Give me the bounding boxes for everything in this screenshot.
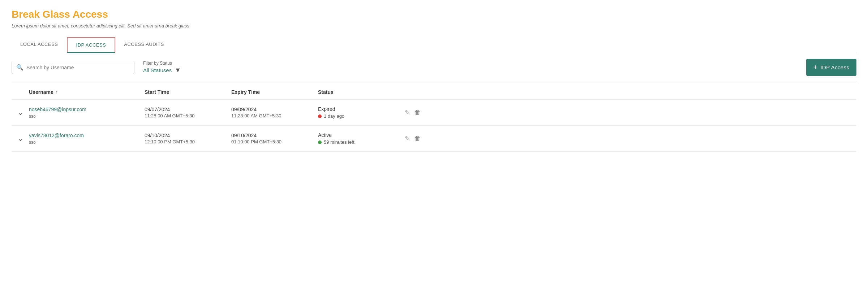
tab-local-access[interactable]: LOCAL ACCESS <box>12 37 67 53</box>
table-row: ⌄ noseb46799@inpsur.com sso 09/07/2024 1… <box>12 100 856 126</box>
table-row: ⌄ yavis78012@foraro.com sso 09/10/2024 1… <box>12 126 856 152</box>
username-link-1[interactable]: noseb46799@inpsur.com <box>29 107 145 112</box>
username-cell-1: noseb46799@inpsur.com sso <box>29 107 145 119</box>
page-title: Break Glass Access <box>12 9 856 20</box>
status-cell-1: Expired 1 day ago <box>318 106 405 119</box>
toolbar: 🔍 Filter by Status All Statuses ▼ + IDP … <box>12 53 856 82</box>
start-date-2: 09/10/2024 <box>145 133 231 138</box>
status-detail-1: 1 day ago <box>318 113 405 119</box>
status-detail-2: 59 minutes left <box>318 139 405 145</box>
search-input[interactable] <box>26 65 130 70</box>
expiry-time-2: 01:10:00 PM GMT+5:30 <box>231 139 318 144</box>
filter-select[interactable]: All Statuses ▼ <box>143 66 181 74</box>
status-cell-2: Active 59 minutes left <box>318 132 405 145</box>
actions-cell-2: ✎ 🗑 <box>405 135 434 143</box>
start-date-1: 09/07/2024 <box>145 107 231 112</box>
col-header-username[interactable]: Username ↑ <box>29 89 145 95</box>
start-time-cell-2: 09/10/2024 12:10:00 PM GMT+5:30 <box>145 133 231 144</box>
table-header: Username ↑ Start Time Expiry Time Status <box>12 85 856 100</box>
expiry-time-1: 11:28:00 AM GMT+5:30 <box>231 113 318 118</box>
col-header-expand <box>12 89 29 95</box>
plus-icon: + <box>813 63 818 72</box>
col-header-status: Status <box>318 89 405 95</box>
add-idp-access-button[interactable]: + IDP Access <box>806 59 856 76</box>
expiry-date-2: 09/10/2024 <box>231 133 318 138</box>
actions-cell-1: ✎ 🗑 <box>405 109 434 117</box>
tab-bar: LOCAL ACCESS IDP ACCESS ACCESS AUDITS <box>12 37 856 53</box>
sort-icon: ↑ <box>56 90 58 95</box>
start-time-cell-1: 09/07/2024 11:28:00 AM GMT+5:30 <box>145 107 231 118</box>
tab-idp-access[interactable]: IDP ACCESS <box>67 37 116 53</box>
chevron-down-icon: ▼ <box>175 66 181 74</box>
tab-access-audits[interactable]: ACCESS AUDITS <box>115 37 173 53</box>
col-header-start-time: Start Time <box>145 89 231 95</box>
status-dot-1 <box>318 114 322 118</box>
start-time-2: 12:10:00 PM GMT+5:30 <box>145 139 231 144</box>
search-container[interactable]: 🔍 <box>12 61 134 74</box>
delete-icon-1[interactable]: 🗑 <box>414 109 421 116</box>
col-header-expiry-time: Expiry Time <box>231 89 318 95</box>
col-header-actions <box>405 89 434 95</box>
status-dot-2 <box>318 140 322 144</box>
expiry-time-cell-2: 09/10/2024 01:10:00 PM GMT+5:30 <box>231 133 318 144</box>
filter-label: Filter by Status <box>143 61 181 66</box>
page-subtitle: Lorem ipsum dolor sit amet, consectetur … <box>12 23 856 29</box>
search-icon: 🔍 <box>16 64 23 71</box>
sso-label-2: sso <box>29 140 145 145</box>
expand-row-1[interactable]: ⌄ <box>12 109 29 117</box>
filter-value: All Statuses <box>143 67 172 73</box>
delete-icon-2[interactable]: 🗑 <box>414 135 421 142</box>
expiry-date-1: 09/09/2024 <box>231 107 318 112</box>
status-time-1: 1 day ago <box>324 113 344 119</box>
page-container: Break Glass Access Lorem ipsum dolor sit… <box>0 0 868 281</box>
sso-label-1: sso <box>29 114 145 119</box>
username-link-2[interactable]: yavis78012@foraro.com <box>29 133 145 138</box>
start-time-1: 11:28:00 AM GMT+5:30 <box>145 113 231 118</box>
expiry-time-cell-1: 09/09/2024 11:28:00 AM GMT+5:30 <box>231 107 318 118</box>
filter-container: Filter by Status All Statuses ▼ <box>143 61 181 74</box>
status-label-2: Active <box>318 132 405 138</box>
edit-icon-1[interactable]: ✎ <box>405 109 410 117</box>
edit-icon-2[interactable]: ✎ <box>405 135 410 143</box>
expand-row-2[interactable]: ⌄ <box>12 135 29 143</box>
add-button-label: IDP Access <box>821 64 849 70</box>
username-cell-2: yavis78012@foraro.com sso <box>29 133 145 145</box>
status-time-2: 59 minutes left <box>324 139 354 145</box>
status-label-1: Expired <box>318 106 405 112</box>
